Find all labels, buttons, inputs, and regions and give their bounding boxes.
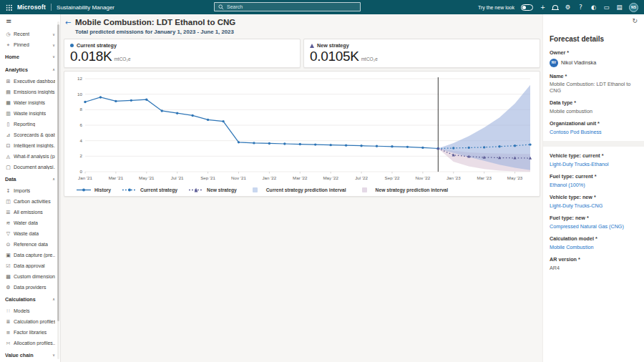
user-avatar[interactable]: NS bbox=[629, 3, 638, 12]
chevron-down-icon: ∨ bbox=[52, 32, 55, 36]
field-data-type: Data type *Mobile combustion bbox=[550, 99, 638, 114]
brand-divider bbox=[51, 4, 52, 11]
brand-logo[interactable]: Microsoft bbox=[17, 4, 46, 11]
chevron-down-icon: ∨ bbox=[52, 353, 55, 357]
current-strategy-label: Current strategy bbox=[77, 42, 117, 49]
owner-person-chip[interactable]: NVNikol Vladinska bbox=[550, 59, 638, 67]
feedback-icon[interactable]: ◐ bbox=[590, 0, 597, 14]
svg-text:Jul '22: Jul '22 bbox=[355, 175, 368, 180]
sidebar-item-data-approval[interactable]: ☑Data approval bbox=[0, 260, 60, 271]
hamburger-menu-icon[interactable]: ≡ bbox=[0, 16, 60, 29]
field-fuel-type-new-value[interactable]: Compressed Natural Gas (CNG) bbox=[550, 224, 638, 230]
legend-marker-dash-dot bbox=[122, 187, 137, 193]
new-look-toggle[interactable] bbox=[521, 4, 533, 11]
settings-icon[interactable]: ⚙ bbox=[565, 0, 571, 14]
field-vehicle-type-new-value[interactable]: Light-Duty Trucks-CNG bbox=[550, 203, 638, 210]
page-subtitle: Total predicted emissions for January 1,… bbox=[75, 29, 538, 35]
reference-data-icon: ⊙ bbox=[5, 242, 11, 248]
sidebar-item-intelligent-insights[interactable]: ⊡Intelligent insights... bbox=[0, 140, 60, 151]
field-name-value: Mobile Combustion: LDT Ethanol to CNG bbox=[550, 82, 638, 94]
legend-marker-dash-triangle bbox=[188, 187, 204, 193]
sidebar-item-label: Models bbox=[14, 308, 30, 313]
chevron-up-icon: ∧ bbox=[52, 297, 55, 301]
legend-item-1[interactable]: Current strategy bbox=[122, 187, 177, 193]
current-strategy-value: 0.018K bbox=[70, 49, 112, 64]
refresh-icon[interactable]: ↻ bbox=[632, 17, 638, 24]
field-name: Name *Mobile Combustion: LDT Ethanol to … bbox=[550, 73, 638, 94]
field-fuel-type-current-value[interactable]: Ethanol (100%) bbox=[550, 182, 638, 189]
sidebar-item-label: Pinned bbox=[14, 42, 29, 47]
legend-item-2[interactable]: New strategy bbox=[188, 187, 237, 193]
search-box[interactable] bbox=[214, 2, 361, 11]
current-strategy-card-header: Current strategy bbox=[70, 42, 294, 49]
svg-text:May '22: May '22 bbox=[323, 175, 338, 180]
legend-marker-swatch bbox=[248, 187, 263, 193]
sidebar-item-all-emissions[interactable]: ☰All emissions bbox=[0, 207, 60, 217]
sidebar-item-water-insights[interactable]: ▦Water insights bbox=[0, 97, 60, 108]
sidebar-item-calculation-profiles[interactable]: ≣Calculation profiles bbox=[0, 316, 60, 327]
app-name[interactable]: Sustainability Manager bbox=[57, 4, 114, 11]
sidebar-item-waste-insights[interactable]: ▥Waste insights bbox=[0, 108, 60, 119]
sidebar-item-data[interactable]: Data∧ bbox=[0, 172, 60, 185]
svg-text:8: 8 bbox=[80, 107, 83, 112]
sidebar-item-recent[interactable]: ◷Recent∨ bbox=[0, 29, 60, 39]
help-icon[interactable]: ? bbox=[577, 0, 584, 14]
sidebar-item-pinned[interactable]: ⌖Pinned∨ bbox=[0, 39, 60, 50]
add-icon[interactable]: + bbox=[540, 0, 546, 14]
sidebar-item-data-capture[interactable]: ▣Data capture (pre... bbox=[0, 250, 60, 260]
search-input[interactable] bbox=[227, 4, 356, 9]
field-vehicle-type-current-value[interactable]: Light-Duty Trucks-Ethanol bbox=[550, 162, 638, 168]
sidebar-item-label: Data providers bbox=[14, 285, 47, 290]
svg-text:May '23: May '23 bbox=[507, 175, 523, 180]
apps-icon[interactable]: ▤ bbox=[616, 0, 623, 14]
sidebar-item-document-analysis[interactable]: ▢Document analysi... bbox=[0, 162, 60, 172]
waffle-icon[interactable] bbox=[6, 4, 12, 11]
sidebar-item-what-if-analysis[interactable]: ◬What-if analysis (p... bbox=[0, 151, 60, 162]
sidebar-item-scorecards-goals[interactable]: ⊿Scorecards & goals bbox=[0, 129, 60, 140]
current-strategy-card: Current strategy 0.018K mtCO₂e bbox=[64, 39, 301, 68]
field-organizational-unit-value[interactable]: Contoso Pod Business bbox=[550, 129, 638, 136]
strategy-cards: Current strategy 0.018K mtCO₂e New strat… bbox=[64, 39, 540, 68]
sidebar-scrollbar-thumb[interactable] bbox=[57, 24, 59, 321]
field-vehicle-type-new-label: Vehicle type: new * bbox=[550, 194, 638, 200]
field-calculation-model: Calculation model *Mobile Combustion bbox=[550, 235, 638, 250]
calculation-profiles-icon: ≣ bbox=[5, 319, 11, 325]
sidebar-item-label: Home bbox=[5, 54, 19, 60]
sidebar-item-waste-data[interactable]: ▽Waste data bbox=[0, 228, 60, 239]
field-fuel-type-new: Fuel type: new *Compressed Natural Gas (… bbox=[550, 215, 638, 230]
pinned-icon: ⌖ bbox=[5, 42, 11, 48]
legend-item-3[interactable]: Current strategy prediction interval bbox=[248, 187, 346, 193]
sidebar-item-reference-data[interactable]: ⊙Reference data bbox=[0, 239, 60, 250]
legend-item-0[interactable]: History bbox=[76, 187, 111, 193]
sidebar-item-label: Intelligent insights... bbox=[14, 143, 55, 148]
sidebar-item-custom-dimensions[interactable]: ▩Custom dimensions bbox=[0, 271, 60, 282]
field-calculation-model-value[interactable]: Mobile Combustion bbox=[550, 245, 638, 251]
sidebar-item-value-chain[interactable]: Value chain∨ bbox=[0, 348, 60, 361]
sidebar-item-models[interactable]: ∷Models bbox=[0, 305, 60, 316]
devices-icon[interactable]: ▭ bbox=[603, 0, 610, 14]
sidebar-item-carbon-activities[interactable]: ◫Carbon activities bbox=[0, 196, 60, 207]
sidebar-item-executive-dashboard[interactable]: ⊞Executive dashboa... bbox=[0, 76, 60, 87]
sidebar-item-label: Water data bbox=[14, 220, 38, 225]
scorecards-goals-icon: ⊿ bbox=[5, 132, 11, 138]
svg-text:Sep '22: Sep '22 bbox=[385, 175, 400, 180]
sidebar-item-factor-libraries[interactable]: ≡Factor libraries bbox=[0, 327, 60, 338]
sidebar-item-allocation-profiles[interactable]: ∺Allocation profiles... bbox=[0, 338, 60, 348]
notifications-icon[interactable] bbox=[552, 5, 558, 10]
sidebar-item-data-providers[interactable]: ⚙Data providers bbox=[0, 282, 60, 293]
new-strategy-value: 0.0105K bbox=[310, 49, 359, 64]
sidebar-item-home[interactable]: Home∨ bbox=[0, 50, 60, 63]
sidebar-item-reporting[interactable]: ▯Reporting bbox=[0, 119, 60, 129]
sidebar-item-imports[interactable]: ↧Imports bbox=[0, 185, 60, 196]
sidebar-item-calculations[interactable]: Calculations∧ bbox=[0, 293, 60, 305]
sidebar-item-emissions-insights[interactable]: ▤Emissions insights bbox=[0, 87, 60, 97]
back-button[interactable]: ← bbox=[65, 19, 71, 26]
sidebar-item-water-data[interactable]: ≋Water data bbox=[0, 217, 60, 228]
svg-text:Mar '23: Mar '23 bbox=[477, 175, 492, 180]
sidebar: ≡ ◷Recent∨⌖Pinned∨Home∨Analytics∧⊞Execut… bbox=[0, 14, 61, 362]
sidebar-item-label: Document analysi... bbox=[14, 165, 55, 170]
field-ar-version: AR version *AR4 bbox=[550, 256, 638, 271]
chevron-up-icon: ∧ bbox=[52, 67, 55, 72]
sidebar-item-analytics[interactable]: Analytics∧ bbox=[0, 63, 60, 76]
legend-item-4[interactable]: New strategy prediction interval bbox=[357, 187, 448, 193]
